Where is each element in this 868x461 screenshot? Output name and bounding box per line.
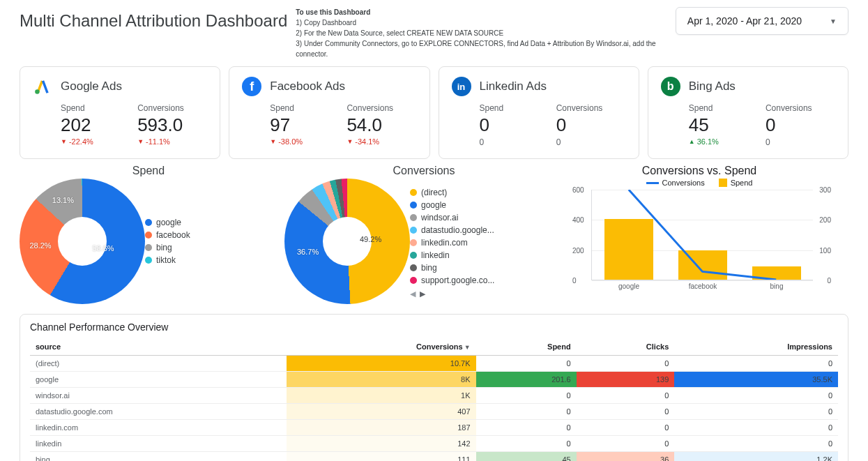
legend-label: support.google.co... [421,275,494,285]
legend-item[interactable]: google [145,218,190,227]
slice-label: 58.6% [92,244,114,252]
legend-item[interactable]: support.google.co... [410,275,494,285]
box-swatch-icon [719,179,727,187]
table-row[interactable]: google8K201.613935.5K [30,372,838,388]
cell: 0 [674,356,838,372]
combo-chart-area: 00200100400200600300googlefacebookbing [591,190,813,280]
cell: 1K [287,388,476,404]
slice-label: 36.7% [297,248,319,256]
legend-item[interactable]: datastudio.google... [410,225,494,235]
conversions-value: 54.0 [347,114,416,136]
date-range-value: Apr 1, 2020 - Apr 21, 2020 [687,15,802,27]
cell: 36 [577,452,675,462]
legend-label: linkedin.com [421,238,468,248]
legend-label: windsor.ai [421,213,458,222]
table-row[interactable]: linkedin.com187000 [30,420,838,436]
spend-delta: 0 [480,137,549,147]
conversions-label: Conversions [137,103,207,113]
legend-label: bing [421,263,437,273]
col-conversions[interactable]: Conversions▼ [287,338,476,356]
legend-item[interactable]: google [410,200,494,210]
spend-value: 0 [480,114,549,136]
table-row[interactable]: (direct)10.7K000 [30,356,838,372]
cell: 0 [577,436,675,452]
date-range-picker[interactable]: Apr 1, 2020 - Apr 21, 2020 ▼ [676,7,848,35]
legend-item[interactable]: linkedin.com [410,238,494,248]
cell: 0 [476,404,577,420]
y-left-tick: 600 [572,186,584,194]
conversions-value: 593.0 [137,114,207,136]
col-clicks[interactable]: Clicks [577,338,675,356]
legend-item[interactable]: facebook [145,230,190,240]
col-spend[interactable]: Spend [476,338,577,356]
cell: 8K [287,372,476,388]
legend-item[interactable]: (direct) [410,188,494,197]
spend-label: Spend [270,103,340,113]
legend-item[interactable]: bing [145,243,190,252]
cell: 0 [577,404,675,420]
channel-performance-table-card: Channel Performance Overview source Conv… [20,314,848,461]
table-row[interactable]: datastudio.google.com407000 [30,404,838,420]
cell: (direct) [30,356,287,372]
channel-table: source Conversions▼ Spend Clicks Impress… [30,338,838,461]
slice-label: 49.2% [360,235,381,243]
swatch-icon [410,214,417,221]
col-source[interactable]: source [30,338,287,356]
spend-chart-title: Spend [20,165,277,177]
spend-value: 45 [689,114,759,136]
legend-item[interactable]: bing [410,263,494,273]
cell: 187 [287,420,476,436]
col-impressions[interactable]: Impressions [674,338,838,356]
page-title: Multi Channel Attribution Dashboard [20,7,287,31]
legend-next-icon[interactable]: ▶ [420,289,425,298]
spend-legend: googlefacebookbingtiktok [145,215,190,268]
spend-label: Spend [480,103,549,113]
conversions-delta: 0 [766,137,835,147]
spend-donut-chart: 58.6% 28.2% 13.1% [20,179,145,304]
metric-card-facebook-ads: fFacebook AdsSpend97▼ -38.0%Conversions5… [229,66,429,159]
cell: 0 [577,420,675,436]
legend-label: facebook [156,230,190,240]
legend-item[interactable]: linkedin [410,250,494,260]
x-tick: facebook [689,282,717,290]
y-left-tick: 400 [572,216,584,224]
conversions-legend: (direct)googlewindsor.aidatastudio.googl… [410,185,494,298]
card-title: Bing Ads [689,80,736,93]
facebook-ads-icon: f [242,77,261,96]
swatch-icon [145,232,152,239]
legend-item[interactable]: tiktok [145,255,190,265]
y-right-tick: 300 [819,186,831,194]
legend-prev-icon[interactable]: ◀ [410,289,416,298]
instruction-line: 1) Copy Dashboard [296,17,667,28]
sort-desc-icon: ▼ [464,344,471,351]
instruction-line: 2) For the New Data Source, select CREAT… [296,28,667,38]
cell: 111 [287,452,476,462]
spend-value: 202 [61,114,130,136]
y-right-tick: 200 [819,216,831,224]
conversions-value: 0 [556,114,626,136]
cell: 0 [476,388,577,404]
x-tick: google [618,282,639,290]
google-ads-icon [33,77,52,96]
cell: 407 [287,404,476,420]
swatch-icon [410,202,417,209]
table-row[interactable]: bing11145361.2K [30,452,838,462]
legend-label: (direct) [421,188,447,197]
spend-delta: ▲ 36.1% [689,137,759,146]
cell: 35.5K [674,372,838,388]
cell: 0 [577,388,675,404]
conversions-delta: ▼ -34.1% [347,137,416,146]
instructions-title: To use this Dashboard [296,7,667,17]
table-row[interactable]: windsor.ai1K000 [30,388,838,404]
table-row[interactable]: linkedin142000 [30,436,838,452]
swatch-icon [410,252,417,259]
spend-delta: ▼ -38.0% [270,137,340,146]
swatch-icon [410,239,417,246]
swatch-icon [410,227,417,234]
instruction-line: 3) Under Community Connectors, go to EXP… [296,38,667,59]
legend-item[interactable]: windsor.ai [410,213,494,222]
legend-label: google [156,218,181,227]
y-right-tick: 0 [827,277,831,285]
legend-label: google [421,200,446,210]
conversions-delta: 0 [556,137,626,147]
